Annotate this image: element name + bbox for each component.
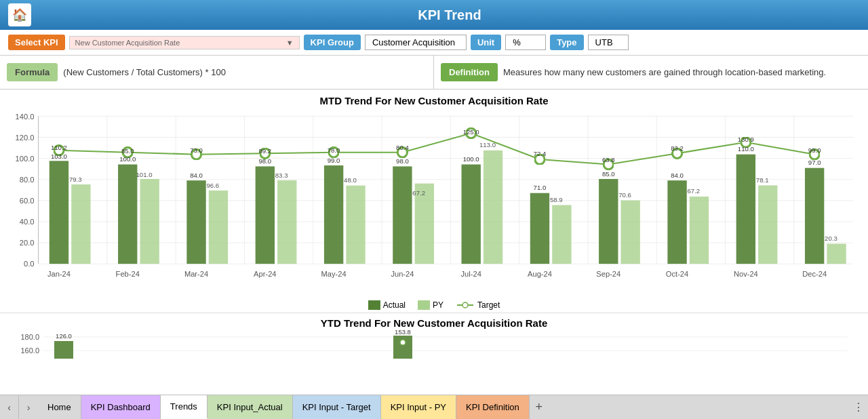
svg-text:120.0: 120.0: [16, 134, 35, 142]
tab-prev-button[interactable]: ‹: [0, 395, 19, 419]
mtd-chart-wrap: 140.0 120.0 100.0 80.0 60.0 40.0 20.0 0.…: [8, 109, 860, 299]
svg-text:73.0: 73.0: [190, 146, 203, 154]
definition-label: Definition: [441, 63, 498, 81]
svg-text:70.6: 70.6: [618, 191, 631, 199]
toolbar: Select KPI New Customer Acquisition Rate…: [0, 30, 868, 56]
svg-text:May-24: May-24: [321, 270, 347, 278]
ytd-chart-preview: 180.0 160.0 126.0 153.8: [8, 330, 860, 359]
svg-text:97.0: 97.0: [808, 159, 821, 166]
svg-rect-45: [621, 201, 640, 264]
svg-text:84.0: 84.0: [190, 171, 203, 178]
tab-add-button[interactable]: +: [530, 395, 549, 419]
type-value: UTB: [588, 35, 629, 50]
ytd-chart-container: YTD Trend For New Customer Acquisition R…: [0, 313, 868, 359]
svg-rect-49: [758, 185, 777, 264]
definition-panel: Definition Measures how many new custome…: [434, 56, 868, 89]
svg-rect-32: [186, 180, 205, 264]
legend-py: PY: [418, 300, 443, 310]
header: 🏠 KPI Trend: [0, 0, 868, 30]
home-button[interactable]: 🏠: [8, 3, 31, 26]
tab-kpi-dashboard[interactable]: KPI Dashboard: [81, 395, 161, 419]
svg-text:85.0: 85.0: [602, 169, 615, 177]
svg-text:126.0: 126.0: [56, 332, 72, 340]
kpi-name: New Customer Acquisition Rate: [75, 39, 180, 47]
svg-text:20.3: 20.3: [825, 235, 837, 242]
formula-label: Formula: [7, 63, 58, 81]
svg-text:99.0: 99.0: [328, 157, 340, 164]
svg-point-102: [462, 302, 468, 308]
svg-text:140.0: 140.0: [16, 112, 35, 120]
svg-text:Jul-24: Jul-24: [461, 270, 481, 278]
kpi-group-label: KPI Group: [304, 35, 361, 50]
svg-text:110.0: 110.0: [738, 145, 755, 153]
svg-text:Dec-24: Dec-24: [802, 270, 827, 278]
mtd-chart-svg: 140.0 120.0 100.0 80.0 60.0 40.0 20.0 0.…: [8, 109, 860, 299]
svg-text:63.8: 63.8: [602, 156, 615, 163]
tab-kpi-input-actual-label: KPI Input_Actual: [217, 402, 283, 412]
dropdown-icon: ▼: [286, 39, 294, 47]
tab-next-button[interactable]: ›: [19, 395, 38, 419]
svg-text:78.0: 78.0: [328, 146, 340, 154]
svg-text:130.9: 130.9: [738, 136, 754, 143]
legend-actual-label: Actual: [383, 300, 406, 310]
tab-kpi-input-target[interactable]: KPI Input - Target: [293, 395, 381, 419]
svg-text:78.1: 78.1: [756, 176, 769, 184]
svg-text:Feb-24: Feb-24: [116, 270, 140, 278]
svg-rect-38: [393, 166, 412, 264]
select-kpi-label: Select KPI: [8, 35, 65, 50]
formula-panel: Formula (New Customers / Total Customers…: [0, 56, 434, 89]
tab-trends[interactable]: Trends: [161, 395, 208, 419]
svg-rect-28: [50, 161, 68, 264]
kpi-group-value: Customer Acquisition: [365, 35, 467, 50]
svg-text:125.0: 125.0: [463, 128, 480, 136]
svg-text:60.0: 60.0: [20, 197, 35, 205]
svg-text:Sep-24: Sep-24: [596, 270, 620, 278]
svg-rect-48: [736, 155, 755, 264]
legend-py-label: PY: [433, 300, 443, 310]
chart-legend: Actual PY Target: [8, 300, 860, 310]
kpi-selector[interactable]: New Customer Acquisition Rate ▼: [69, 36, 300, 49]
svg-rect-36: [324, 165, 343, 264]
tab-kpi-input-py[interactable]: KPI Input - PY: [381, 395, 456, 419]
svg-text:101.0: 101.0: [136, 170, 153, 178]
svg-text:160.0: 160.0: [20, 346, 39, 355]
mtd-chart-container: MTD Trend For New Customer Acquisition R…: [0, 89, 868, 313]
svg-rect-46: [667, 180, 686, 264]
svg-rect-33: [209, 191, 228, 264]
svg-text:Mar-24: Mar-24: [184, 270, 208, 278]
legend-actual-color: [368, 300, 380, 310]
ytd-chart-title: YTD Trend For New Customer Acquisition R…: [8, 313, 860, 330]
svg-rect-35: [277, 180, 296, 264]
svg-text:83.2: 83.2: [671, 144, 684, 152]
svg-rect-29: [71, 184, 90, 264]
svg-rect-40: [462, 165, 481, 264]
definition-text: Measures how many new customers are gain…: [503, 67, 826, 77]
svg-text:85.0: 85.0: [121, 147, 134, 155]
legend-target-icon: [456, 300, 475, 310]
legend-target-label: Target: [477, 300, 500, 310]
svg-text:100.0: 100.0: [16, 155, 35, 163]
svg-rect-44: [599, 179, 618, 264]
tab-home-label: Home: [47, 402, 71, 412]
svg-text:40.0: 40.0: [20, 218, 35, 226]
svg-rect-41: [484, 151, 502, 264]
svg-text:180.0: 180.0: [20, 333, 39, 341]
svg-text:100.0: 100.0: [463, 155, 480, 163]
svg-text:Jun-24: Jun-24: [391, 270, 414, 278]
svg-text:72.4: 72.4: [534, 150, 547, 157]
tab-home[interactable]: Home: [38, 395, 81, 419]
tab-trends-label: Trends: [170, 401, 197, 412]
tab-kpi-input-py-label: KPI Input - PY: [391, 402, 446, 412]
type-label: Type: [550, 35, 583, 50]
tab-menu-button[interactable]: ⋮: [849, 395, 868, 419]
tab-kpi-definition[interactable]: KPI Definition: [456, 395, 530, 419]
page-title: KPI Trend: [39, 7, 860, 23]
svg-text:58.9: 58.9: [550, 196, 563, 203]
svg-text:113.0: 113.0: [479, 141, 496, 148]
svg-text:67.2: 67.2: [688, 187, 701, 195]
svg-text:Jan-24: Jan-24: [47, 270, 71, 278]
legend-py-color: [418, 300, 430, 310]
chevron-right-icon: ›: [27, 402, 31, 413]
svg-text:0.0: 0.0: [24, 260, 34, 268]
tab-kpi-input-actual[interactable]: KPI Input_Actual: [208, 395, 293, 419]
